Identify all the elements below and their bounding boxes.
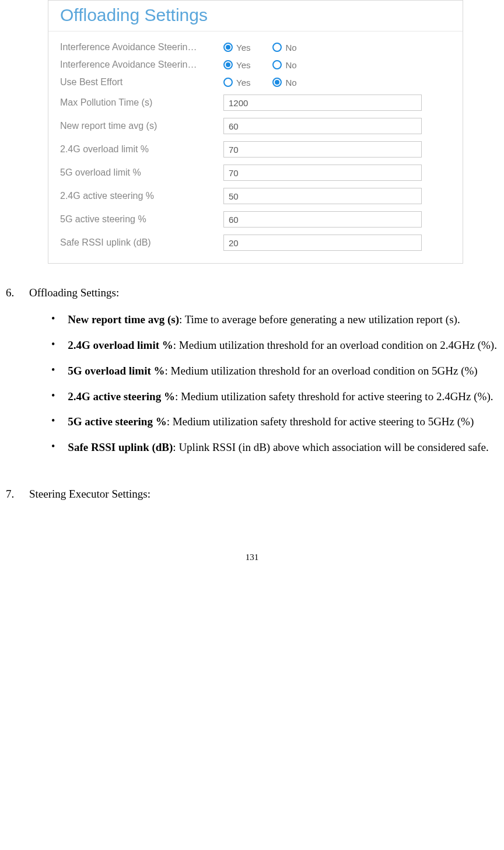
bullet-text: 5G active steering %: Medium utilization…	[68, 410, 498, 433]
bullet-item: •2.4G overload limit %: Medium utilizati…	[51, 334, 498, 357]
bullet-desc: : Medium utilization threshold for an ov…	[173, 339, 497, 351]
radio-label-no: No	[285, 60, 296, 70]
form-label: Safe RSSI uplink (dB)	[60, 237, 223, 248]
form-row: 2.4G overload limit %	[48, 138, 463, 161]
radio-label-yes: Yes	[236, 78, 250, 88]
form-label: New report time avg (s)	[60, 121, 223, 131]
text-input[interactable]	[223, 211, 422, 228]
text-input[interactable]	[223, 188, 422, 204]
form-label: Interference Avoidance Steerin…	[60, 60, 223, 70]
radio-icon[interactable]	[223, 43, 233, 52]
radio-icon[interactable]	[272, 78, 282, 87]
form-row: New report time avg (s)	[48, 114, 463, 138]
radio-icon[interactable]	[223, 78, 233, 87]
page-number: 131	[6, 552, 498, 574]
form-row: Interference Avoidance Steerin…YesNo	[48, 56, 463, 74]
list-item-6: 6. Offloading Settings:	[6, 281, 498, 305]
panel-title: Offloading Settings	[48, 1, 463, 32]
radio-no[interactable]: No	[272, 60, 296, 70]
radio-yes[interactable]: Yes	[223, 43, 250, 53]
bullet-term: 2.4G active steering %	[68, 390, 175, 403]
radio-icon[interactable]	[223, 60, 233, 69]
bullet-desc: : Medium utilization safety threshold fo…	[167, 415, 474, 428]
bullet-desc: : Medium utilization safety threshold fo…	[175, 390, 494, 403]
bullet-icon: •	[51, 410, 55, 433]
form-label: Interference Avoidance Steerin…	[60, 42, 223, 53]
radio-no[interactable]: No	[272, 43, 296, 53]
bullet-text: 2.4G overload limit %: Medium utilizatio…	[68, 334, 498, 357]
radio-icon[interactable]	[272, 43, 282, 52]
form-label: Use Best Effort	[60, 77, 223, 88]
bullet-icon: •	[51, 308, 55, 331]
bullet-term: 2.4G overload limit %	[68, 339, 173, 351]
bullet-icon: •	[51, 334, 55, 357]
list-title: Offloading Settings:	[29, 281, 119, 305]
form-row: Max Pollution Time (s)	[48, 91, 463, 114]
radio-icon[interactable]	[272, 60, 282, 69]
bullet-term: 5G active steering %	[68, 415, 166, 428]
text-input[interactable]	[223, 235, 422, 251]
list-number: 7.	[6, 482, 19, 506]
form-label: 5G active steering %	[60, 214, 223, 225]
radio-no[interactable]: No	[272, 78, 296, 88]
bullet-text: 5G overload limit %: Medium utilization …	[68, 359, 498, 383]
radio-label-no: No	[285, 78, 296, 88]
settings-panel: Offloading Settings Interference Avoidan…	[48, 0, 463, 264]
list-title: Steering Executor Settings:	[29, 482, 150, 506]
bullet-item: •5G active steering %: Medium utilizatio…	[51, 410, 498, 433]
bullet-icon: •	[51, 359, 55, 383]
bullet-desc: : Uplink RSSI (in dB) above which associ…	[173, 441, 488, 453]
bullet-icon: •	[51, 385, 55, 408]
text-input[interactable]	[223, 141, 422, 158]
bullet-desc: : Medium utilization threshold for an ov…	[165, 365, 478, 377]
radio-label-no: No	[285, 43, 296, 53]
form-row: 5G overload limit %	[48, 161, 463, 184]
bullet-text: 2.4G active steering %: Medium utilizati…	[68, 385, 498, 408]
bullet-text: New report time avg (s): Time to average…	[68, 308, 498, 331]
bullet-term: Safe RSSI uplink (dB)	[68, 441, 173, 453]
form-label: Max Pollution Time (s)	[60, 97, 223, 108]
bullet-item: •New report time avg (s): Time to averag…	[51, 308, 498, 331]
form-row: Safe RSSI uplink (dB)	[48, 231, 463, 254]
list-item-7: 7. Steering Executor Settings:	[6, 482, 498, 506]
bullet-term: 5G overload limit %	[68, 365, 164, 377]
bullet-term: New report time avg (s)	[68, 313, 179, 326]
list-number: 6.	[6, 281, 19, 305]
form-label: 2.4G overload limit %	[60, 144, 223, 155]
form-label: 5G overload limit %	[60, 167, 223, 178]
bullet-list: •New report time avg (s): Time to averag…	[6, 308, 498, 459]
bullet-item: •5G overload limit %: Medium utilization…	[51, 359, 498, 383]
bullet-item: •2.4G active steering %: Medium utilizat…	[51, 385, 498, 408]
form-label: 2.4G active steering %	[60, 191, 223, 201]
bullet-icon: •	[51, 436, 55, 459]
bullet-item: •Safe RSSI uplink (dB): Uplink RSSI (in …	[51, 436, 498, 459]
form-row: 5G active steering %	[48, 208, 463, 231]
bullet-text: Safe RSSI uplink (dB): Uplink RSSI (in d…	[68, 436, 498, 459]
radio-yes[interactable]: Yes	[223, 60, 250, 70]
radio-yes[interactable]: Yes	[223, 78, 250, 88]
form-row: 2.4G active steering %	[48, 184, 463, 208]
text-input[interactable]	[223, 165, 422, 181]
text-input[interactable]	[223, 95, 422, 111]
form-row: Interference Avoidance Steerin…YesNo	[48, 39, 463, 56]
form-row: Use Best EffortYesNo	[48, 74, 463, 91]
document-body: 6. Offloading Settings: •New report time…	[6, 281, 498, 506]
text-input[interactable]	[223, 118, 422, 134]
radio-label-yes: Yes	[236, 60, 250, 70]
radio-label-yes: Yes	[236, 43, 250, 53]
bullet-desc: : Time to average before generating a ne…	[179, 313, 460, 326]
